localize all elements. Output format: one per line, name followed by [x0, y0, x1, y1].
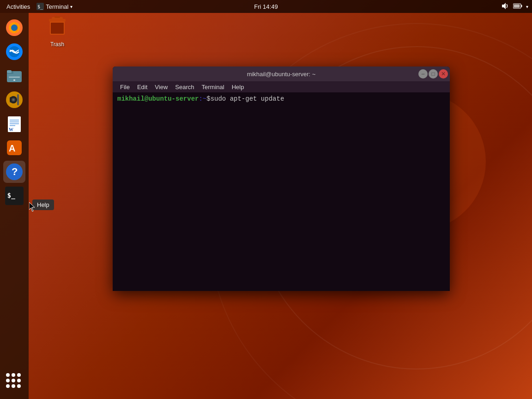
terminal-maximize-button[interactable]: □ [429, 69, 438, 79]
terminal-menubar: File Edit View Search Terminal Help [113, 81, 450, 92]
terminal-user: mikhail@ubuntu-server [117, 95, 199, 103]
topbar-dropdown-icon[interactable]: ▾ [526, 4, 528, 9]
topbar-right: ▾ [501, 2, 528, 12]
topbar-app-name: Terminal [46, 3, 68, 10]
svg-rect-5 [514, 4, 520, 7]
writer-icon-svg: W [5, 115, 24, 133]
dock-item-files[interactable] [3, 65, 25, 87]
dock-item-sound[interactable] [3, 89, 25, 111]
terminal-close-button[interactable]: ✕ [439, 69, 448, 79]
terminal-window: mikhail@ubuntu-server: ~ – □ ✕ File Edit… [113, 66, 450, 291]
topbar-app-indicator[interactable]: $_ Terminal ▾ [35, 2, 74, 11]
dock-item-appstore[interactable]: A [3, 137, 25, 159]
terminal-menu-terminal[interactable]: Terminal [198, 83, 228, 91]
svg-rect-10 [51, 23, 64, 34]
terminal-icon-svg: $_ [5, 187, 24, 205]
terminal-path: :~ [199, 95, 206, 103]
trash-icon-svg [46, 16, 68, 40]
terminal-minimize-button[interactable]: – [418, 69, 428, 79]
svg-point-13 [11, 24, 18, 31]
svg-marker-2 [502, 3, 506, 9]
terminal-dock-icon: $_ [5, 187, 24, 205]
files-icon-svg [5, 66, 24, 85]
cursor-svg [29, 202, 36, 212]
help-tooltip: Help [32, 200, 54, 210]
topbar-clock[interactable]: Fri 14:49 [254, 3, 278, 10]
terminal-menu-edit[interactable]: Edit [133, 83, 151, 91]
terminal-title: mikhail@ubuntu-server: ~ [247, 71, 316, 78]
dock-item-thunderbird[interactable] [3, 41, 25, 63]
dock-item-terminal[interactable]: $_ [3, 185, 25, 207]
battery-icon[interactable] [513, 3, 522, 11]
svg-text:A: A [9, 143, 15, 153]
svg-point-25 [12, 99, 14, 101]
dock: W A ? $_ [0, 13, 29, 399]
svg-rect-4 [521, 5, 522, 7]
svg-text:?: ? [12, 166, 18, 177]
terminal-dollar: $ [206, 95, 210, 103]
svg-rect-9 [49, 19, 66, 22]
volume-svg [501, 2, 509, 10]
dock-show-applications[interactable] [3, 373, 25, 395]
appstore-icon-svg: A [5, 139, 24, 157]
svg-marker-40 [29, 202, 35, 212]
firefox-icon-svg [5, 18, 24, 37]
terminal-menu-search[interactable]: Search [171, 83, 198, 91]
topbar: Activities $_ Terminal ▾ Fri 14:49 [0, 0, 532, 13]
volume-icon[interactable] [501, 2, 509, 12]
speaker-icon-svg [5, 91, 24, 109]
activities-button[interactable]: Activities [4, 2, 33, 11]
svg-rect-20 [13, 79, 15, 81]
terminal-prompt-line: mikhail@ubuntu-server:~$ sudo apt-get up… [117, 95, 445, 103]
terminal-topbar-icon: $_ [36, 3, 44, 10]
terminal-menu-help[interactable]: Help [228, 83, 248, 91]
dock-item-help[interactable]: ? [3, 161, 25, 183]
terminal-body[interactable]: mikhail@ubuntu-server:~$ sudo apt-get up… [113, 92, 450, 291]
svg-text:$_: $_ [7, 192, 15, 200]
mouse-cursor [29, 202, 35, 211]
trash-desktop-icon[interactable]: Trash [46, 16, 68, 48]
svg-text:W: W [9, 127, 13, 132]
dock-item-writer[interactable]: W [3, 113, 25, 135]
trash-label: Trash [50, 41, 64, 48]
topbar-app-dropdown-icon[interactable]: ▾ [70, 4, 73, 9]
terminal-controls: – □ ✕ [418, 69, 448, 79]
thunderbird-icon-svg [5, 42, 24, 61]
terminal-menu-file[interactable]: File [116, 83, 133, 91]
apps-grid-icon [6, 373, 23, 390]
svg-rect-7 [54, 16, 60, 18]
battery-svg [513, 3, 522, 9]
dock-item-firefox[interactable] [3, 17, 25, 39]
svg-text:$_: $_ [37, 4, 43, 10]
svg-rect-18 [7, 70, 12, 73]
topbar-left: Activities $_ Terminal ▾ [4, 2, 74, 11]
terminal-menu-view[interactable]: View [151, 83, 171, 91]
svg-rect-26 [17, 94, 19, 105]
help-icon-svg: ? [5, 163, 24, 181]
terminal-command: sudo apt-get update [211, 95, 284, 103]
terminal-titlebar: mikhail@ubuntu-server: ~ – □ ✕ [113, 66, 450, 81]
svg-rect-19 [9, 77, 20, 78]
